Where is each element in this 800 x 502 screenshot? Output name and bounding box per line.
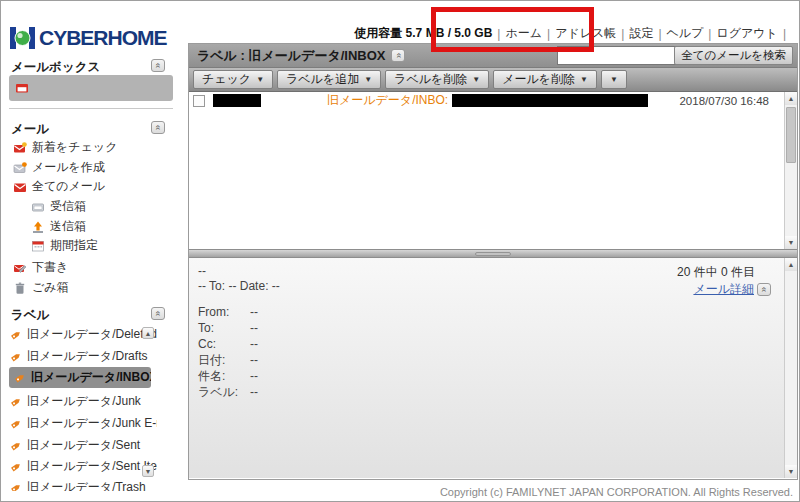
label-item-deleted-items[interactable]: 旧メールデータ/Deleted Items [9,326,157,343]
label-list-scroll-up[interactable]: ▲ [142,327,154,339]
sidebar-divider [9,108,173,109]
field-label: ラベル: [198,384,250,400]
detail-summary-line2: -- To: -- Date: -- [198,279,280,293]
label-item-trash-label[interactable]: 旧メールデータ/Trash [9,479,157,491]
arrow-down-icon: ▼ [788,239,795,246]
search-input[interactable] [557,46,685,65]
scroll-down-arrow[interactable]: ▼ [785,465,797,478]
search-all-mail-button[interactable]: 全てのメールを検索 [674,46,793,65]
mail-list-row[interactable]: 旧メールデータ/INBO: 2018/07/30 16:48 [189,92,797,109]
label-item-inbox-selected[interactable]: 旧メールデータ/INBOX [9,367,151,388]
label-item-text: 旧メールデータ/Trash [27,479,146,491]
detail-field-cc: Cc: -- [198,336,258,352]
copyright-text: Copyright (c) FAMILYNET JAPAN CORPORATIO… [440,486,793,498]
tag-icon [9,417,23,431]
envelope-star-icon [13,141,27,155]
nav-home[interactable]: ホーム [505,25,542,42]
sidebar-item-label: ごみ箱 [32,279,69,296]
mail-detail-link[interactable]: メール詳細 [693,281,754,298]
mail-list-scrollbar[interactable]: ▲ ▼ [784,92,797,249]
nav-separator: | [658,27,661,41]
content-collapse-button[interactable]: « [391,49,405,62]
tag-icon [9,460,23,474]
collapse-icon: « [759,287,768,292]
button-label: チェック [202,71,251,88]
mailbox-account-item[interactable] [9,75,173,101]
nav-settings[interactable]: 設定 [629,25,653,42]
tag-icon [9,439,23,453]
label-list-scroll-down[interactable]: ▼ [142,465,154,477]
envelope-pencil-icon [13,161,27,175]
label-list: 旧メールデータ/Deleted Items 旧メールデータ/Drafts 旧メー… [1,321,163,491]
field-label: From: [198,304,250,320]
nav-address-book[interactable]: アドレス帳 [555,25,616,42]
arrow-up-icon: ▲ [145,330,152,337]
scroll-down-arrow[interactable]: ▼ [785,236,797,249]
scrollbar-thumb[interactable] [786,107,796,163]
detail-collapse-button[interactable]: « [757,283,771,296]
sidebar-item-drafts[interactable]: 下書き [13,259,68,276]
sidebar-item-inbox[interactable]: 受信箱 [31,198,86,215]
button-label: メールを削除 [502,71,575,88]
button-label: ラベルを削除 [394,71,467,88]
label-item-drafts[interactable]: 旧メールデータ/Drafts [9,348,157,365]
caret-down-icon: ▼ [580,75,588,84]
button-label: ラベルを追加 [286,71,359,88]
webmail-app: CYBERHOME 使用容量 5.7 MB / 5.0 GB | ホーム | ア… [0,0,800,502]
add-label-dropdown-button[interactable]: ラベルを追加 ▼ [277,70,381,89]
label-item-text: 旧メールデータ/Junk [27,393,141,410]
field-label: 件名: [198,368,250,384]
cyberhome-logo[interactable]: CYBERHOME [9,23,167,53]
scroll-up-arrow[interactable]: ▲ [785,92,797,105]
mailbox-section-header: メールボックス [11,59,100,76]
sidebar-item-label: 送信箱 [50,218,86,235]
labels-collapse-button[interactable]: « [151,307,165,320]
label-item-text: 旧メールデータ/INBOX [31,369,151,386]
sidebar-item-check-new-mail[interactable]: 新着をチェック [13,139,117,156]
detail-field-label: ラベル: -- [198,384,258,400]
label-item-junk-email[interactable]: 旧メールデータ/Junk E-mail [9,415,157,432]
scroll-up-arrow[interactable]: ▲ [785,258,797,271]
sidebar-item-sentbox[interactable]: 送信箱 [31,218,86,235]
check-dropdown-button[interactable]: チェック ▼ [193,70,273,89]
label-item-junk[interactable]: 旧メールデータ/Junk [9,393,157,410]
label-item-sent[interactable]: 旧メールデータ/Sent [9,437,157,454]
detail-scrollbar[interactable]: ▲ ▼ [784,258,797,478]
row-checkbox[interactable] [193,95,205,107]
sidebar-item-compose-mail[interactable]: メールを作成 [13,159,105,176]
label-item-text: 旧メールデータ/Drafts [27,348,147,365]
caret-down-icon: ▼ [610,75,618,84]
delete-mail-dropdown-button[interactable]: メールを削除 ▼ [493,70,597,89]
mailbox-collapse-button[interactable]: « [151,59,165,72]
splitter-handle[interactable] [475,252,511,256]
field-value: -- [250,320,258,336]
detail-fields: From: -- To: -- Cc: -- 日付: -- 件名: -- [198,304,258,400]
nav-help[interactable]: ヘルプ [667,25,704,42]
detail-field-from: From: -- [198,304,258,320]
caret-down-icon: ▼ [364,75,372,84]
mail-toolbar: チェック ▼ ラベルを追加 ▼ ラベルを削除 ▼ メールを削除 ▼ ▼ [189,67,797,91]
tag-icon [13,371,27,385]
field-label: Cc: [198,336,250,352]
arrow-up-icon: ▲ [788,261,795,268]
sidebar-item-trash[interactable]: ごみ箱 [13,279,69,296]
mailbox-envelope-icon [15,81,29,95]
label-item-text: 旧メールデータ/Sent Items [27,458,157,475]
more-actions-dropdown-button[interactable]: ▼ [601,70,627,89]
mail-collapse-button[interactable]: « [151,121,165,134]
redacted-sender [213,94,261,107]
collapse-icon: « [153,125,162,130]
remove-label-dropdown-button[interactable]: ラベルを削除 ▼ [385,70,489,89]
label-item-sent-items[interactable]: 旧メールデータ/Sent Items [9,458,157,475]
mail-section-header: メール [11,121,49,138]
sidebar-item-date-range[interactable]: 期間指定 [31,237,98,254]
sidebar-item-label: メールを作成 [32,159,105,176]
nav-logout[interactable]: ログアウト [716,25,777,42]
tag-icon [9,350,23,364]
detail-field-date: 日付: -- [198,352,258,368]
sidebar-item-all-mail[interactable]: 全てのメール [13,178,105,195]
content-header-bar: ラベル : 旧メールデータ/INBOX « 全てのメールを検索 [189,44,797,67]
pane-splitter[interactable] [189,249,797,258]
redacted-subject [452,94,648,107]
label-item-text: 旧メールデータ/Deleted Items [27,326,157,343]
